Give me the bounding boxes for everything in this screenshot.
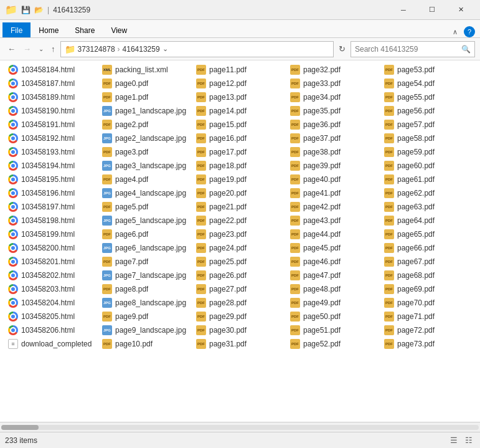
list-item[interactable]: ≡ download_completed <box>5 337 99 351</box>
minimize-button[interactable]: ─ <box>389 0 418 20</box>
address-dropdown-button[interactable]: ⌄ <box>160 44 171 54</box>
list-item[interactable]: PDF page21.pdf <box>193 200 287 214</box>
list-item[interactable]: PDF page10.pdf <box>99 337 193 351</box>
list-item[interactable]: PDF page12.pdf <box>193 77 287 90</box>
list-item[interactable]: PDF page45.pdf <box>287 241 381 255</box>
list-item[interactable]: 103458199.html <box>5 227 99 241</box>
list-item[interactable]: PDF page1.pdf <box>99 90 193 104</box>
list-item[interactable]: PDF page56.pdf <box>381 104 475 118</box>
list-item[interactable]: 103458192.html <box>5 131 99 145</box>
tab-file[interactable]: File <box>2 22 31 37</box>
list-item[interactable]: PDF page7.pdf <box>99 255 193 269</box>
list-item[interactable]: 103458205.html <box>5 310 99 323</box>
list-item[interactable]: PDF page53.pdf <box>381 63 475 77</box>
list-item[interactable]: PDF page66.pdf <box>381 241 475 255</box>
file-list-container[interactable]: 103458184.html 103458187.html 103458189.… <box>0 60 480 422</box>
list-item[interactable]: 103458190.html <box>5 104 99 118</box>
refresh-button[interactable]: ↻ <box>336 43 348 55</box>
back-button[interactable]: ← <box>5 43 18 55</box>
list-item[interactable]: 103458200.html <box>5 241 99 255</box>
list-item[interactable]: 103458195.html <box>5 173 99 186</box>
list-item[interactable]: PDF page42.pdf <box>287 200 381 214</box>
list-item[interactable]: PDF page55.pdf <box>381 90 475 104</box>
list-item[interactable]: JPG page7_landscape.jpg <box>99 269 193 282</box>
search-input[interactable] <box>355 45 461 54</box>
up-button[interactable]: ↑ <box>49 43 58 55</box>
list-item[interactable]: PDF page3.pdf <box>99 145 193 159</box>
list-item[interactable]: PDF page72.pdf <box>381 323 475 337</box>
list-item[interactable]: PDF page36.pdf <box>287 118 381 131</box>
list-item[interactable]: PDF page61.pdf <box>381 173 475 186</box>
list-item[interactable]: PDF page25.pdf <box>193 255 287 269</box>
list-item[interactable]: PDF page19.pdf <box>193 173 287 186</box>
list-item[interactable]: PDF page63.pdf <box>381 200 475 214</box>
list-item[interactable]: JPG page3_landscape.jpg <box>99 159 193 173</box>
list-item[interactable]: PDF page35.pdf <box>287 104 381 118</box>
list-item[interactable]: PDF page40.pdf <box>287 173 381 186</box>
list-item[interactable]: 103458196.html <box>5 186 99 200</box>
tab-home[interactable]: Home <box>31 22 67 37</box>
list-view-button[interactable]: ☰ <box>448 434 460 446</box>
list-item[interactable]: PDF page73.pdf <box>381 337 475 351</box>
list-item[interactable]: PDF page37.pdf <box>287 131 381 145</box>
list-item[interactable]: PDF page48.pdf <box>287 282 381 296</box>
list-item[interactable]: PDF page20.pdf <box>193 186 287 200</box>
list-item[interactable]: PDF page50.pdf <box>287 310 381 323</box>
list-item[interactable]: PDF page17.pdf <box>193 145 287 159</box>
list-item[interactable]: PDF page57.pdf <box>381 118 475 131</box>
list-item[interactable]: PDF page13.pdf <box>193 90 287 104</box>
list-item[interactable]: PDF page58.pdf <box>381 131 475 145</box>
list-item[interactable]: PDF page24.pdf <box>193 241 287 255</box>
list-item[interactable]: JPG page1_landscape.jpg <box>99 104 193 118</box>
list-item[interactable]: PDF page39.pdf <box>287 159 381 173</box>
list-item[interactable]: PDF page0.pdf <box>99 77 193 90</box>
list-item[interactable]: PDF page68.pdf <box>381 269 475 282</box>
list-item[interactable]: PDF page5.pdf <box>99 200 193 214</box>
list-item[interactable]: PDF page67.pdf <box>381 255 475 269</box>
list-item[interactable]: 103458201.html <box>5 255 99 269</box>
list-item[interactable]: XML packing_list.xml <box>99 63 193 77</box>
list-item[interactable]: 103458187.html <box>5 77 99 90</box>
list-item[interactable]: PDF page51.pdf <box>287 323 381 337</box>
list-item[interactable]: PDF page8.pdf <box>99 282 193 296</box>
list-item[interactable]: PDF page52.pdf <box>287 337 381 351</box>
help-button[interactable]: ? <box>464 26 475 37</box>
list-item[interactable]: PDF page64.pdf <box>381 214 475 227</box>
close-button[interactable]: ✕ <box>446 0 475 20</box>
detail-view-button[interactable]: ☷ <box>463 434 475 446</box>
list-item[interactable]: PDF page33.pdf <box>287 77 381 90</box>
list-item[interactable]: PDF page15.pdf <box>193 118 287 131</box>
list-item[interactable]: 103458197.html <box>5 200 99 214</box>
list-item[interactable]: PDF page2.pdf <box>99 118 193 131</box>
list-item[interactable]: PDF page59.pdf <box>381 145 475 159</box>
list-item[interactable]: PDF page41.pdf <box>287 186 381 200</box>
horizontal-scrollbar[interactable] <box>0 422 480 432</box>
list-item[interactable]: PDF page28.pdf <box>193 296 287 310</box>
list-item[interactable]: PDF page11.pdf <box>193 63 287 77</box>
list-item[interactable]: PDF page38.pdf <box>287 145 381 159</box>
list-item[interactable]: 103458204.html <box>5 296 99 310</box>
list-item[interactable]: JPG page4_landscape.jpg <box>99 186 193 200</box>
recent-locations-button[interactable]: ⌄ <box>36 44 46 54</box>
tab-view[interactable]: View <box>103 22 135 37</box>
list-item[interactable]: PDF page62.pdf <box>381 186 475 200</box>
crumb-parent[interactable]: 373124878 <box>78 45 115 54</box>
list-item[interactable]: 103458206.html <box>5 323 99 337</box>
list-item[interactable]: PDF page44.pdf <box>287 227 381 241</box>
list-item[interactable]: PDF page16.pdf <box>193 131 287 145</box>
scrollbar-thumb[interactable] <box>1 425 39 430</box>
list-item[interactable]: JPG page9_landscape.jpg <box>99 323 193 337</box>
list-item[interactable]: 103458194.html <box>5 159 99 173</box>
list-item[interactable]: 103458203.html <box>5 282 99 296</box>
list-item[interactable]: PDF page65.pdf <box>381 227 475 241</box>
list-item[interactable]: PDF page32.pdf <box>287 63 381 77</box>
list-item[interactable]: JPG page2_landscape.jpg <box>99 131 193 145</box>
list-item[interactable]: PDF page14.pdf <box>193 104 287 118</box>
list-item[interactable]: 103458193.html <box>5 145 99 159</box>
list-item[interactable]: 103458191.html <box>5 118 99 131</box>
expand-ribbon-button[interactable]: ∧ <box>449 27 461 37</box>
list-item[interactable]: PDF page23.pdf <box>193 227 287 241</box>
list-item[interactable]: JPG page8_landscape.jpg <box>99 296 193 310</box>
list-item[interactable]: PDF page27.pdf <box>193 282 287 296</box>
list-item[interactable]: JPG page5_landscape.jpg <box>99 214 193 227</box>
